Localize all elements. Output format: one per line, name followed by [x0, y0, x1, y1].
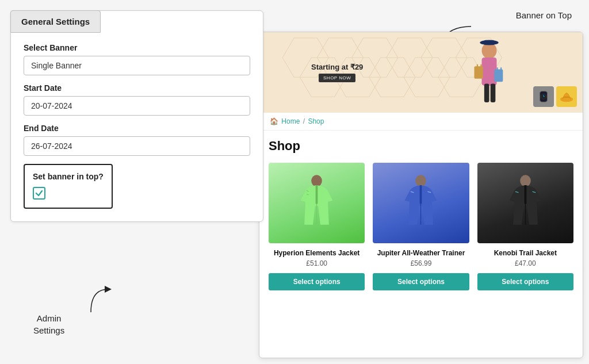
admin-panel-body: Select Banner Start Date End Date Set ba… [11, 33, 263, 221]
product-name-1: Hyperion Elements Jacket [274, 249, 359, 257]
shop-content: Shop [259, 131, 583, 298]
banner-text-content: Starting at ₹29 SHOP NOW [311, 63, 363, 82]
products-grid: Hyperion Elements Jacket £51.00 Select o… [269, 163, 573, 290]
banner-top-checkbox[interactable] [33, 187, 45, 200]
svg-rect-33 [316, 185, 318, 204]
select-options-button-2[interactable]: Select options [373, 273, 469, 290]
product-name-2: Jupiter All-Weather Trainer [377, 249, 465, 257]
end-date-label: End Date [24, 124, 250, 133]
select-banner-label: Select Banner [24, 43, 250, 52]
banner-starting-text: Starting at ₹29 [311, 63, 363, 71]
jacket-blue-svg [402, 170, 439, 236]
admin-panel-header: General Settings [10, 10, 101, 33]
banner-product-thumbs [533, 86, 577, 107]
product-card-2: Jupiter All-Weather Trainer £56.99 Selec… [373, 163, 469, 290]
product-price-2: £56.99 [411, 259, 432, 267]
product-card-1: Hyperion Elements Jacket £51.00 Select o… [269, 163, 365, 290]
start-date-input[interactable] [24, 96, 250, 116]
svg-rect-22 [484, 84, 489, 103]
svg-point-41 [520, 175, 531, 186]
banner-thumb-watch [533, 86, 554, 107]
svg-rect-23 [491, 84, 496, 103]
admin-arrow-svg [85, 283, 120, 318]
banner-top-annotation: Banner on Top [516, 10, 572, 21]
main-container: General Settings Select Banner Start Dat… [0, 0, 589, 364]
jacket-black-svg [507, 170, 544, 236]
breadcrumb: 🏠 Home / Shop [259, 113, 583, 131]
admin-settings-annotation: AdminSettings [33, 312, 64, 336]
product-price-3: £47.00 [515, 259, 536, 267]
svg-point-36 [416, 175, 427, 186]
banner-top-box: Set banner in top? [24, 164, 113, 209]
svg-rect-14 [484, 40, 494, 45]
banner-model-figure [471, 35, 508, 110]
banner-top-text: Banner on Top [516, 10, 572, 20]
breadcrumb-home[interactable]: Home [281, 117, 300, 125]
admin-settings-text: AdminSettings [33, 313, 64, 335]
svg-rect-19 [475, 66, 483, 79]
breadcrumb-shop[interactable]: Shop [308, 117, 324, 125]
svg-rect-43 [524, 185, 526, 204]
shop-panel: Starting at ₹29 SHOP NOW [259, 32, 583, 358]
start-date-label: Start Date [24, 83, 250, 93]
banner-top-checkbox-label: Set banner in top? [33, 172, 104, 181]
svg-rect-16 [494, 70, 503, 82]
select-options-button-3[interactable]: Select options [477, 273, 573, 290]
breadcrumb-separator: / [303, 117, 307, 125]
banner-shop-now[interactable]: SHOP NOW [319, 74, 355, 82]
select-options-button-1[interactable]: Select options [269, 273, 365, 290]
banner-thumb-sandals [556, 86, 577, 107]
product-image-3 [477, 163, 573, 243]
product-name-3: Kenobi Trail Jacket [494, 249, 557, 257]
admin-panel: General Settings Select Banner Start Dat… [10, 10, 263, 222]
end-date-input[interactable] [24, 136, 250, 156]
shop-title: Shop [269, 139, 573, 154]
product-price-1: £51.00 [306, 259, 327, 267]
select-banner-input[interactable] [24, 56, 250, 75]
product-image-2 [373, 163, 469, 243]
svg-rect-21 [480, 64, 481, 67]
product-card-3: Kenobi Trail Jacket £47.00 Select option… [477, 163, 573, 290]
svg-point-31 [311, 175, 322, 186]
product-image-1 [269, 163, 365, 243]
svg-rect-18 [500, 67, 502, 70]
checkbox-wrapper [33, 187, 104, 200]
svg-rect-17 [497, 67, 498, 70]
jacket-green-svg [298, 170, 335, 236]
svg-rect-20 [477, 64, 478, 67]
checkmark-icon [35, 189, 43, 197]
shop-banner: Starting at ₹29 SHOP NOW [259, 32, 583, 113]
svg-rect-38 [420, 185, 422, 204]
home-icon: 🏠 [270, 117, 280, 125]
